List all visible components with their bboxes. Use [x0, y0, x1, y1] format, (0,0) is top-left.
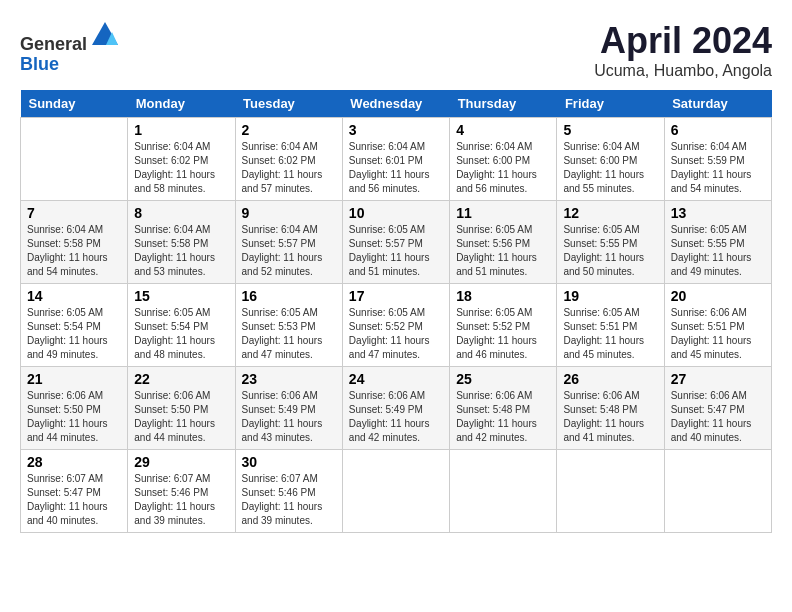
day-info: Sunrise: 6:05 AMSunset: 5:55 PMDaylight:… — [671, 223, 765, 279]
calendar-cell — [342, 450, 449, 533]
day-number: 18 — [456, 288, 550, 304]
day-number: 10 — [349, 205, 443, 221]
day-info: Sunrise: 6:06 AMSunset: 5:50 PMDaylight:… — [27, 389, 121, 445]
day-info: Sunrise: 6:05 AMSunset: 5:52 PMDaylight:… — [349, 306, 443, 362]
day-number: 23 — [242, 371, 336, 387]
day-number: 30 — [242, 454, 336, 470]
calendar-cell: 30 Sunrise: 6:07 AMSunset: 5:46 PMDaylig… — [235, 450, 342, 533]
day-info: Sunrise: 6:05 AMSunset: 5:51 PMDaylight:… — [563, 306, 657, 362]
day-number: 16 — [242, 288, 336, 304]
day-number: 1 — [134, 122, 228, 138]
subtitle: Ucuma, Huambo, Angola — [594, 62, 772, 80]
day-number: 2 — [242, 122, 336, 138]
day-info: Sunrise: 6:07 AMSunset: 5:46 PMDaylight:… — [242, 472, 336, 528]
day-number: 26 — [563, 371, 657, 387]
header-sunday: Sunday — [21, 90, 128, 118]
day-number: 5 — [563, 122, 657, 138]
day-info: Sunrise: 6:04 AMSunset: 5:59 PMDaylight:… — [671, 140, 765, 196]
day-info: Sunrise: 6:05 AMSunset: 5:52 PMDaylight:… — [456, 306, 550, 362]
calendar-cell: 29 Sunrise: 6:07 AMSunset: 5:46 PMDaylig… — [128, 450, 235, 533]
logo-general: General — [20, 34, 87, 54]
day-number: 14 — [27, 288, 121, 304]
day-info: Sunrise: 6:04 AMSunset: 5:58 PMDaylight:… — [27, 223, 121, 279]
day-info: Sunrise: 6:05 AMSunset: 5:56 PMDaylight:… — [456, 223, 550, 279]
calendar-cell: 9 Sunrise: 6:04 AMSunset: 5:57 PMDayligh… — [235, 201, 342, 284]
day-number: 24 — [349, 371, 443, 387]
day-info: Sunrise: 6:05 AMSunset: 5:55 PMDaylight:… — [563, 223, 657, 279]
calendar-cell: 12 Sunrise: 6:05 AMSunset: 5:55 PMDaylig… — [557, 201, 664, 284]
logo-icon — [90, 20, 120, 50]
calendar-cell: 24 Sunrise: 6:06 AMSunset: 5:49 PMDaylig… — [342, 367, 449, 450]
day-info: Sunrise: 6:04 AMSunset: 6:00 PMDaylight:… — [563, 140, 657, 196]
day-info: Sunrise: 6:06 AMSunset: 5:51 PMDaylight:… — [671, 306, 765, 362]
day-info: Sunrise: 6:04 AMSunset: 5:58 PMDaylight:… — [134, 223, 228, 279]
calendar-cell: 16 Sunrise: 6:05 AMSunset: 5:53 PMDaylig… — [235, 284, 342, 367]
day-info: Sunrise: 6:04 AMSunset: 6:01 PMDaylight:… — [349, 140, 443, 196]
day-number: 25 — [456, 371, 550, 387]
day-number: 19 — [563, 288, 657, 304]
day-info: Sunrise: 6:05 AMSunset: 5:57 PMDaylight:… — [349, 223, 443, 279]
day-info: Sunrise: 6:06 AMSunset: 5:47 PMDaylight:… — [671, 389, 765, 445]
day-number: 29 — [134, 454, 228, 470]
day-number: 6 — [671, 122, 765, 138]
calendar-cell: 15 Sunrise: 6:05 AMSunset: 5:54 PMDaylig… — [128, 284, 235, 367]
calendar-cell: 3 Sunrise: 6:04 AMSunset: 6:01 PMDayligh… — [342, 118, 449, 201]
calendar-cell — [557, 450, 664, 533]
calendar-cell: 13 Sunrise: 6:05 AMSunset: 5:55 PMDaylig… — [664, 201, 771, 284]
day-number: 8 — [134, 205, 228, 221]
calendar-cell — [450, 450, 557, 533]
calendar-cell: 25 Sunrise: 6:06 AMSunset: 5:48 PMDaylig… — [450, 367, 557, 450]
day-info: Sunrise: 6:06 AMSunset: 5:49 PMDaylight:… — [242, 389, 336, 445]
day-info: Sunrise: 6:06 AMSunset: 5:49 PMDaylight:… — [349, 389, 443, 445]
main-title: April 2024 — [594, 20, 772, 62]
calendar-cell: 6 Sunrise: 6:04 AMSunset: 5:59 PMDayligh… — [664, 118, 771, 201]
day-info: Sunrise: 6:05 AMSunset: 5:54 PMDaylight:… — [27, 306, 121, 362]
day-info: Sunrise: 6:04 AMSunset: 6:02 PMDaylight:… — [242, 140, 336, 196]
day-info: Sunrise: 6:07 AMSunset: 5:46 PMDaylight:… — [134, 472, 228, 528]
day-number: 12 — [563, 205, 657, 221]
day-number: 4 — [456, 122, 550, 138]
day-info: Sunrise: 6:04 AMSunset: 5:57 PMDaylight:… — [242, 223, 336, 279]
calendar-cell: 17 Sunrise: 6:05 AMSunset: 5:52 PMDaylig… — [342, 284, 449, 367]
day-info: Sunrise: 6:07 AMSunset: 5:47 PMDaylight:… — [27, 472, 121, 528]
calendar-cell: 20 Sunrise: 6:06 AMSunset: 5:51 PMDaylig… — [664, 284, 771, 367]
calendar-cell: 2 Sunrise: 6:04 AMSunset: 6:02 PMDayligh… — [235, 118, 342, 201]
header-monday: Monday — [128, 90, 235, 118]
calendar-cell: 22 Sunrise: 6:06 AMSunset: 5:50 PMDaylig… — [128, 367, 235, 450]
header-wednesday: Wednesday — [342, 90, 449, 118]
logo: General Blue — [20, 20, 120, 75]
day-number: 11 — [456, 205, 550, 221]
calendar-table: SundayMondayTuesdayWednesdayThursdayFrid… — [20, 90, 772, 533]
calendar-cell: 26 Sunrise: 6:06 AMSunset: 5:48 PMDaylig… — [557, 367, 664, 450]
calendar-cell: 5 Sunrise: 6:04 AMSunset: 6:00 PMDayligh… — [557, 118, 664, 201]
calendar-cell: 11 Sunrise: 6:05 AMSunset: 5:56 PMDaylig… — [450, 201, 557, 284]
day-info: Sunrise: 6:05 AMSunset: 5:53 PMDaylight:… — [242, 306, 336, 362]
day-info: Sunrise: 6:06 AMSunset: 5:50 PMDaylight:… — [134, 389, 228, 445]
header-tuesday: Tuesday — [235, 90, 342, 118]
calendar-cell: 1 Sunrise: 6:04 AMSunset: 6:02 PMDayligh… — [128, 118, 235, 201]
calendar-cell: 4 Sunrise: 6:04 AMSunset: 6:00 PMDayligh… — [450, 118, 557, 201]
calendar-cell: 28 Sunrise: 6:07 AMSunset: 5:47 PMDaylig… — [21, 450, 128, 533]
calendar-cell: 7 Sunrise: 6:04 AMSunset: 5:58 PMDayligh… — [21, 201, 128, 284]
day-number: 21 — [27, 371, 121, 387]
calendar-cell: 8 Sunrise: 6:04 AMSunset: 5:58 PMDayligh… — [128, 201, 235, 284]
day-number: 15 — [134, 288, 228, 304]
calendar-cell: 10 Sunrise: 6:05 AMSunset: 5:57 PMDaylig… — [342, 201, 449, 284]
calendar-cell: 18 Sunrise: 6:05 AMSunset: 5:52 PMDaylig… — [450, 284, 557, 367]
title-block: April 2024 Ucuma, Huambo, Angola — [594, 20, 772, 80]
calendar-cell: 19 Sunrise: 6:05 AMSunset: 5:51 PMDaylig… — [557, 284, 664, 367]
day-info: Sunrise: 6:04 AMSunset: 6:00 PMDaylight:… — [456, 140, 550, 196]
day-number: 3 — [349, 122, 443, 138]
calendar-cell — [21, 118, 128, 201]
day-info: Sunrise: 6:05 AMSunset: 5:54 PMDaylight:… — [134, 306, 228, 362]
day-number: 13 — [671, 205, 765, 221]
day-number: 28 — [27, 454, 121, 470]
day-number: 17 — [349, 288, 443, 304]
header-saturday: Saturday — [664, 90, 771, 118]
header-friday: Friday — [557, 90, 664, 118]
day-number: 7 — [27, 205, 121, 221]
header-thursday: Thursday — [450, 90, 557, 118]
day-number: 22 — [134, 371, 228, 387]
page-header: General Blue April 2024 Ucuma, Huambo, A… — [20, 20, 772, 80]
day-info: Sunrise: 6:04 AMSunset: 6:02 PMDaylight:… — [134, 140, 228, 196]
